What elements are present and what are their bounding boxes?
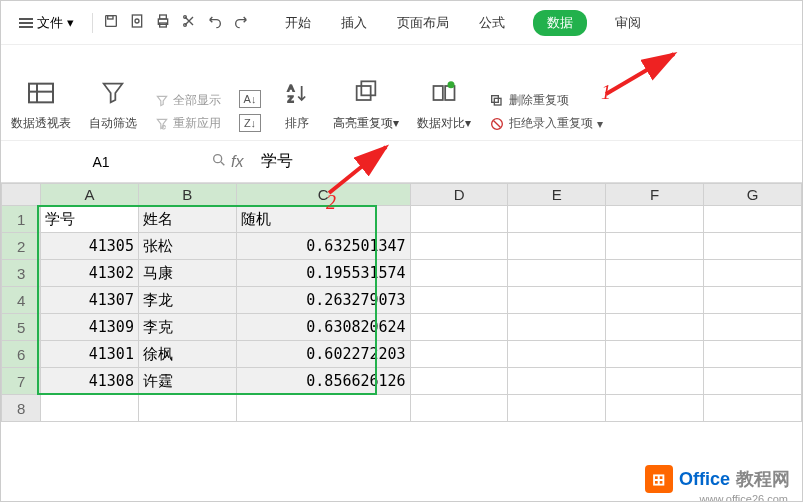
highlight-dup-button[interactable]: 高亮重复项▾ (333, 75, 399, 132)
reject-dup-button[interactable]: 拒绝录入重复项▾ (489, 115, 603, 132)
row-header[interactable]: 4 (2, 287, 41, 314)
tab-formula[interactable]: 公式 (477, 10, 507, 36)
cell[interactable]: 李龙 (138, 287, 236, 314)
cell[interactable] (410, 206, 508, 233)
cell[interactable] (410, 368, 508, 395)
cell[interactable] (704, 260, 802, 287)
sort-button[interactable]: AZ 排序 (279, 75, 315, 132)
cell[interactable] (508, 341, 606, 368)
cell[interactable] (508, 368, 606, 395)
col-header-e[interactable]: E (508, 184, 606, 206)
cell[interactable] (410, 287, 508, 314)
cell[interactable]: 0.195531574 (236, 260, 410, 287)
search-icon[interactable] (211, 152, 227, 171)
cell[interactable] (704, 314, 802, 341)
cell[interactable]: 姓名 (138, 206, 236, 233)
spreadsheet-grid[interactable]: A B C D E F G 1 学号 姓名 随机 2 41305 张松 0.63… (1, 183, 802, 422)
cell[interactable]: 马康 (138, 260, 236, 287)
sort-asc-button[interactable]: A↓ (239, 90, 261, 108)
cell[interactable] (508, 206, 606, 233)
row-header[interactable]: 1 (2, 206, 41, 233)
cell[interactable]: 41302 (41, 260, 139, 287)
col-header-c[interactable]: C (236, 184, 410, 206)
cell[interactable] (410, 341, 508, 368)
fx-label[interactable]: fx (231, 153, 243, 171)
cell[interactable] (410, 260, 508, 287)
cell[interactable] (508, 233, 606, 260)
cell[interactable]: 随机 (236, 206, 410, 233)
cell[interactable] (410, 314, 508, 341)
tab-start[interactable]: 开始 (283, 10, 313, 36)
cell[interactable]: 41309 (41, 314, 139, 341)
save-icon[interactable] (103, 13, 119, 32)
cell[interactable] (236, 395, 410, 422)
cell[interactable]: 41305 (41, 233, 139, 260)
cell[interactable] (508, 395, 606, 422)
cell[interactable] (606, 233, 704, 260)
cell[interactable] (41, 395, 139, 422)
row-header[interactable]: 5 (2, 314, 41, 341)
cell[interactable] (410, 395, 508, 422)
row-header[interactable]: 3 (2, 260, 41, 287)
cell[interactable]: 徐枫 (138, 341, 236, 368)
name-box-input[interactable] (51, 154, 151, 170)
col-header-b[interactable]: B (138, 184, 236, 206)
cell[interactable] (606, 341, 704, 368)
col-header-d[interactable]: D (410, 184, 508, 206)
cell[interactable]: 0.263279073 (236, 287, 410, 314)
cell[interactable] (410, 233, 508, 260)
redo-icon[interactable] (233, 13, 249, 32)
cell[interactable] (508, 287, 606, 314)
show-all-button[interactable]: 全部显示 (155, 92, 221, 109)
col-header-a[interactable]: A (41, 184, 139, 206)
cell[interactable]: 0.632501347 (236, 233, 410, 260)
cell[interactable] (704, 368, 802, 395)
cell[interactable]: 0.602272203 (236, 341, 410, 368)
tab-insert[interactable]: 插入 (339, 10, 369, 36)
cell[interactable]: 李克 (138, 314, 236, 341)
cell[interactable]: 41307 (41, 287, 139, 314)
cell[interactable] (606, 395, 704, 422)
cell[interactable] (704, 341, 802, 368)
cell[interactable]: 0.630820624 (236, 314, 410, 341)
select-all-cell[interactable] (2, 184, 41, 206)
cell[interactable] (704, 206, 802, 233)
row-header[interactable]: 7 (2, 368, 41, 395)
print-preview-icon[interactable] (129, 13, 145, 32)
cell[interactable]: 41308 (41, 368, 139, 395)
autofilter-button[interactable]: 自动筛选 (89, 75, 137, 132)
cell[interactable]: 许霆 (138, 368, 236, 395)
col-header-f[interactable]: F (606, 184, 704, 206)
cell[interactable] (704, 287, 802, 314)
cut-icon[interactable] (181, 13, 197, 32)
cell[interactable] (606, 260, 704, 287)
row-header[interactable]: 6 (2, 341, 41, 368)
cell[interactable]: 学号 (41, 206, 139, 233)
print-icon[interactable] (155, 13, 171, 32)
row-header[interactable]: 2 (2, 233, 41, 260)
cell[interactable]: 张松 (138, 233, 236, 260)
hamburger-menu[interactable]: 文件 ▾ (11, 10, 82, 36)
cell[interactable] (508, 314, 606, 341)
cell[interactable]: 0.856626126 (236, 368, 410, 395)
data-compare-button[interactable]: 数据对比▾ (417, 75, 471, 132)
col-header-g[interactable]: G (704, 184, 802, 206)
cell[interactable] (704, 233, 802, 260)
cell[interactable] (606, 314, 704, 341)
cell[interactable] (606, 206, 704, 233)
cell[interactable] (606, 368, 704, 395)
cell[interactable] (704, 395, 802, 422)
cell[interactable] (606, 287, 704, 314)
tab-data[interactable]: 数据 (533, 10, 587, 36)
pivot-table-button[interactable]: 数据透视表 (11, 75, 71, 132)
row-header[interactable]: 8 (2, 395, 41, 422)
reapply-button[interactable]: 重新应用 (155, 115, 221, 132)
tab-page-layout[interactable]: 页面布局 (395, 10, 451, 36)
cell[interactable] (508, 260, 606, 287)
undo-icon[interactable] (207, 13, 223, 32)
tab-review[interactable]: 审阅 (613, 10, 643, 36)
cell[interactable] (138, 395, 236, 422)
formula-input[interactable] (253, 153, 553, 171)
remove-dup-button[interactable]: 删除重复项 (489, 92, 603, 109)
cell[interactable]: 41301 (41, 341, 139, 368)
